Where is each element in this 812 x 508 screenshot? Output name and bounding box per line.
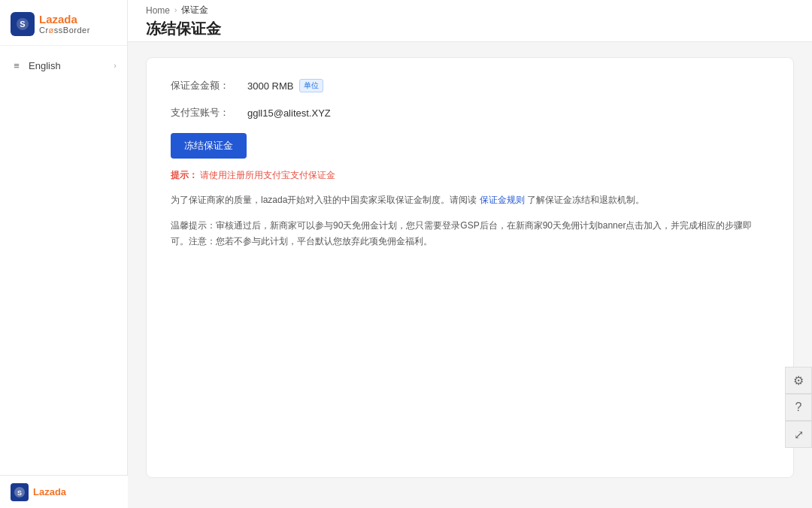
expand-icon: ⤢ bbox=[794, 428, 804, 442]
rmb-tag: 单位 bbox=[299, 79, 323, 92]
main-content: 保证金金额： 3000 RMB 单位 支付宝账号： ggll15@alitest… bbox=[128, 42, 812, 508]
tip-text: 请使用注册所用支付宝支付保证金 bbox=[200, 170, 335, 180]
breadcrumb-current: 保证金 bbox=[181, 4, 208, 17]
deposit-card: 保证金金额： 3000 RMB 单位 支付宝账号： ggll15@alitest… bbox=[146, 57, 794, 478]
svg-text:S: S bbox=[17, 489, 22, 497]
alipay-label: 支付宝账号： bbox=[171, 106, 238, 119]
logo-text: Lazada CrøssBorder bbox=[39, 14, 90, 35]
logo-sub: CrøssBorder bbox=[39, 26, 90, 35]
breadcrumb-home[interactable]: Home bbox=[146, 5, 170, 16]
header: Home › 保证金 冻结保证金 bbox=[128, 0, 812, 42]
page-title: 冻结保证金 bbox=[146, 20, 221, 38]
alipay-row: 支付宝账号： ggll15@alitest.XYZ bbox=[171, 106, 769, 119]
sidebar-item-english[interactable]: ≡ English › bbox=[0, 53, 127, 77]
footer-logo-icon: S bbox=[11, 483, 29, 501]
footer: S Lazada bbox=[0, 475, 128, 508]
body-text-2: 了解保证金冻结和退款机制。 bbox=[527, 195, 644, 205]
deposit-amount-label: 保证金金额： bbox=[171, 79, 238, 92]
help-tool-button[interactable]: ? bbox=[785, 394, 812, 421]
breadcrumb: Home › 保证金 bbox=[146, 4, 221, 17]
svg-text:S: S bbox=[20, 20, 25, 29]
logo-name: Lazada bbox=[39, 14, 90, 26]
menu-icon: ≡ bbox=[11, 59, 23, 71]
body-text-1: 为了保证商家的质量，lazada开始对入驻的中国卖家采取保证金制度。请阅读 bbox=[171, 195, 477, 205]
deposit-amount-value: 3000 RMB 单位 bbox=[247, 79, 323, 92]
tip-warning: 提示： 请使用注册所用支付宝支付保证金 bbox=[171, 169, 769, 182]
chevron-right-icon: › bbox=[114, 61, 117, 70]
freeze-button[interactable]: 冻结保证金 bbox=[171, 133, 247, 159]
sidebar-logo: S Lazada CrøssBorder bbox=[0, 0, 127, 46]
breadcrumb-separator: › bbox=[174, 6, 177, 14]
help-icon: ? bbox=[795, 401, 802, 414]
main-area: Home › 保证金 冻结保证金 保证金金额： 3000 RMB 单位 支付宝账… bbox=[128, 0, 812, 508]
lazada-logo-icon: S bbox=[11, 12, 35, 36]
expand-tool-button[interactable]: ⤢ bbox=[785, 421, 812, 448]
header-content: Home › 保证金 冻结保证金 bbox=[146, 4, 221, 38]
warm-tip: 温馨提示：审核通过后，新商家可以参与90天免佣金计划，您只需要登录GSP后台，在… bbox=[171, 218, 769, 249]
settings-icon: ⚙ bbox=[793, 373, 804, 388]
body-text: 为了保证商家的质量，lazada开始对入驻的中国卖家采取保证金制度。请阅读 保证… bbox=[171, 192, 769, 207]
tip-prefix: 提示： bbox=[171, 170, 198, 180]
sidebar: S Lazada CrøssBorder ≡ English › bbox=[0, 0, 128, 508]
settings-tool-button[interactable]: ⚙ bbox=[785, 367, 812, 394]
right-tools: ⚙ ? ⤢ bbox=[785, 367, 812, 448]
alipay-value: ggll15@alitest.XYZ bbox=[247, 107, 331, 119]
footer-logo-text: Lazada bbox=[33, 486, 66, 497]
sidebar-item-label: English bbox=[29, 60, 61, 71]
deposit-amount-row: 保证金金额： 3000 RMB 单位 bbox=[171, 79, 769, 92]
deposit-rules-link[interactable]: 保证金规则 bbox=[480, 195, 525, 205]
sidebar-nav: ≡ English › bbox=[0, 46, 127, 85]
